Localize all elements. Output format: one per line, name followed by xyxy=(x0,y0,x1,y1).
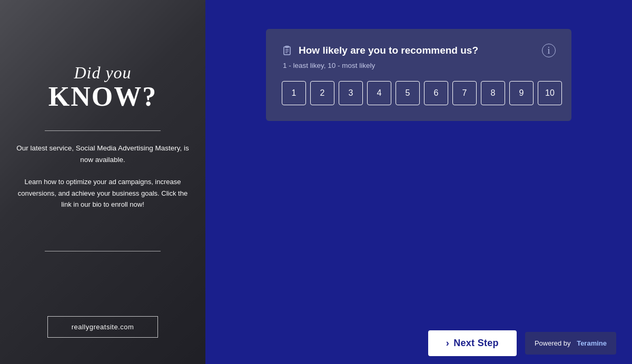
rating-btn-6[interactable]: 6 xyxy=(424,81,448,105)
right-panel: How likely are you to recommend us? i 1 … xyxy=(205,0,632,364)
survey-header: How likely are you to recommend us? i xyxy=(282,44,556,57)
know-text: KNOW? xyxy=(48,83,157,112)
rating-btn-1[interactable]: 1 xyxy=(282,81,306,105)
learn-description: Learn how to optimize your ad campaigns,… xyxy=(11,176,195,210)
rating-btn-8[interactable]: 8 xyxy=(481,81,505,105)
survey-card-icon xyxy=(282,45,292,56)
did-you-know-heading: Did you KNOW? xyxy=(48,63,157,112)
rating-btn-10[interactable]: 10 xyxy=(538,81,562,105)
rating-btn-9[interactable]: 9 xyxy=(509,81,534,105)
did-you-text: Did you xyxy=(48,63,157,83)
next-step-label: Next Step xyxy=(453,338,499,349)
site-link-button[interactable]: reallygreatsite.com xyxy=(47,316,158,338)
bottom-divider xyxy=(45,251,161,251)
rating-btn-5[interactable]: 5 xyxy=(396,81,420,105)
survey-title: How likely are you to recommend us? xyxy=(299,45,536,56)
bottom-bar: › Next Step Powered by Teramine xyxy=(411,322,632,364)
rating-btn-4[interactable]: 4 xyxy=(367,81,391,105)
rating-btn-2[interactable]: 2 xyxy=(310,81,334,105)
next-step-chevron: › xyxy=(446,338,449,349)
left-content: Did you KNOW? Our latest service, Social… xyxy=(0,0,205,364)
rating-btn-3[interactable]: 3 xyxy=(339,81,363,105)
rating-btn-7[interactable]: 7 xyxy=(452,81,477,105)
top-divider xyxy=(45,130,161,131)
powered-by-badge: Powered by Teramine xyxy=(525,332,616,355)
rating-row: 1 2 3 4 5 6 7 8 9 10 xyxy=(282,81,556,105)
left-panel: Did you KNOW? Our latest service, Social… xyxy=(0,0,205,364)
powered-by-prefix: Powered by xyxy=(535,339,571,347)
survey-subtitle: 1 - least likey, 10 - most likely xyxy=(282,62,556,69)
next-step-button[interactable]: › Next Step xyxy=(428,330,517,356)
service-description: Our latest service, Social Media Adverti… xyxy=(11,143,195,166)
survey-card: How likely are you to recommend us? i 1 … xyxy=(266,29,571,121)
powered-by-brand: Teramine xyxy=(577,339,607,347)
info-icon[interactable]: i xyxy=(542,44,556,57)
